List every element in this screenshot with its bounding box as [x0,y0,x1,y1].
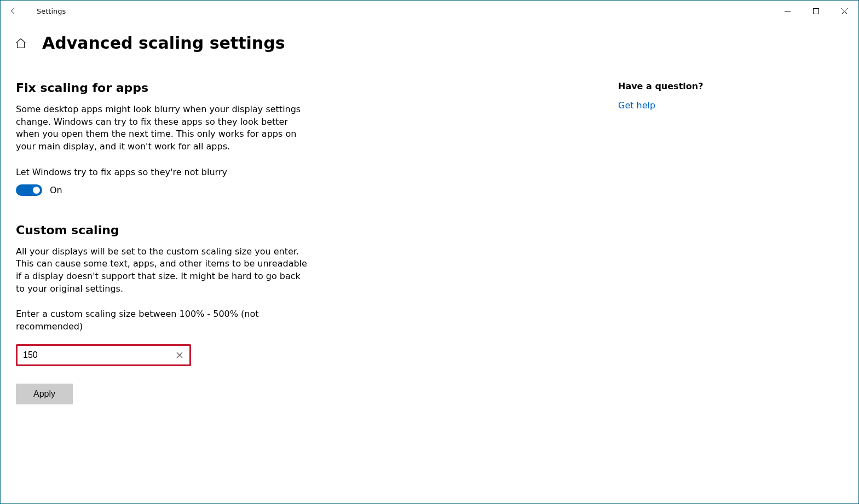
fix-scaling-heading: Fix scaling for apps [16,81,355,95]
have-a-question-heading: Have a question? [618,81,703,91]
back-button[interactable] [1,1,27,21]
fix-scaling-description: Some desktop apps might look blurry when… [16,103,312,153]
clear-input-icon[interactable] [170,346,189,364]
minimize-button[interactable] [773,1,802,21]
custom-scaling-input-wrap [16,344,191,366]
fix-scaling-toggle[interactable] [16,184,42,196]
close-button[interactable] [830,1,858,21]
page-title: Advanced scaling settings [42,33,285,53]
custom-scaling-heading: Custom scaling [16,223,355,237]
custom-scaling-input[interactable] [18,346,170,364]
page-header: Advanced scaling settings [1,21,858,53]
fix-scaling-toggle-label: Let Windows try to fix apps so they're n… [16,166,312,179]
titlebar: Settings [1,1,858,21]
svg-rect-1 [813,8,818,14]
fix-scaling-toggle-state: On [50,185,62,195]
home-icon[interactable] [15,37,27,49]
custom-scaling-input-label: Enter a custom scaling size between 100%… [16,308,312,333]
custom-scaling-description: All your displays will be set to the cus… [16,246,312,296]
app-title: Settings [37,7,66,15]
toggle-knob [33,187,40,194]
maximize-button[interactable] [802,1,830,21]
get-help-link[interactable]: Get help [618,100,703,111]
apply-button[interactable]: Apply [16,384,73,404]
